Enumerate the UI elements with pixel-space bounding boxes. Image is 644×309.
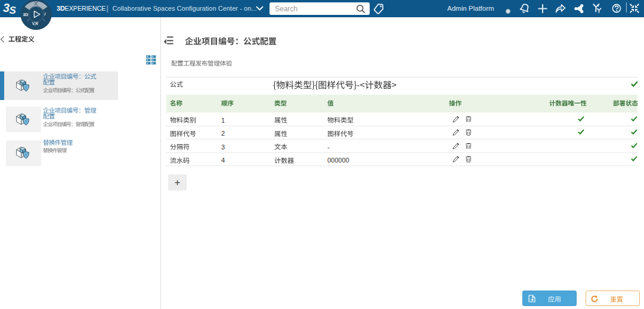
svg-text:V,R: V,R: [32, 21, 39, 26]
svg-text:3D: 3D: [23, 13, 29, 17]
svg-text:S: S: [10, 5, 17, 16]
svg-text:3: 3: [3, 1, 10, 14]
svg-text:i: i: [45, 12, 46, 16]
